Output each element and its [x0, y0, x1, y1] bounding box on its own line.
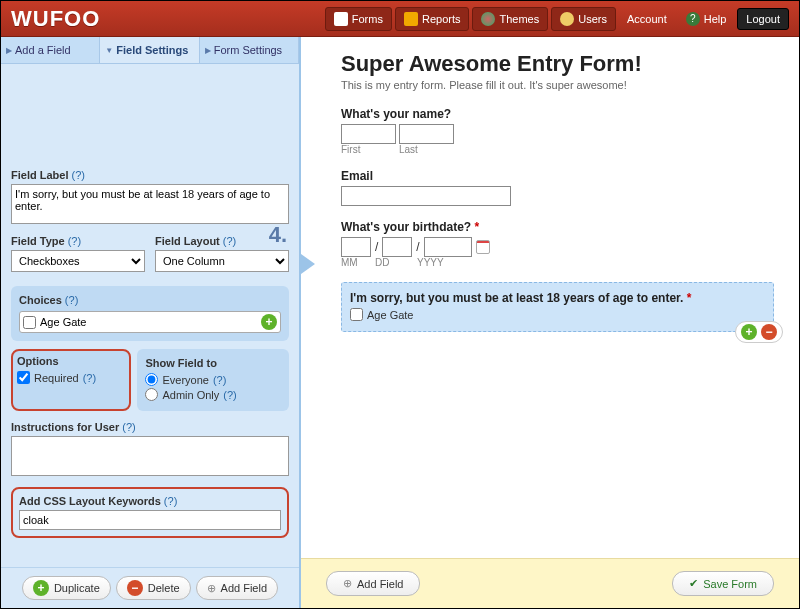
tab-field-settings[interactable]: ▼Field Settings: [100, 37, 199, 63]
nav-themes[interactable]: Themes: [472, 7, 548, 31]
top-nav: Forms Reports Themes Users Account ?Help…: [325, 7, 789, 31]
form-title: Super Awesome Entry Form!: [341, 51, 774, 77]
last-name-input[interactable]: [399, 124, 454, 144]
nav-logout[interactable]: Logout: [737, 8, 789, 30]
email-input[interactable]: [341, 186, 511, 206]
add-choice-button[interactable]: +: [261, 314, 277, 330]
preview-add-field-button[interactable]: ⊕Add Field: [326, 571, 420, 596]
help-link[interactable]: (?): [223, 235, 236, 247]
check-icon: ✔: [689, 577, 698, 590]
form-preview: Super Awesome Entry Form! This is my ent…: [301, 37, 799, 608]
nav-forms[interactable]: Forms: [325, 7, 392, 31]
nav-reports[interactable]: Reports: [395, 7, 470, 31]
help-icon: ?: [686, 12, 700, 26]
choice-text-input[interactable]: [40, 316, 257, 328]
field-type-select[interactable]: Checkboxes: [11, 250, 145, 272]
instructions-input[interactable]: [11, 436, 289, 476]
last-sublabel: Last: [399, 144, 454, 155]
help-link[interactable]: (?): [213, 374, 226, 386]
step-number: 4.: [269, 222, 287, 248]
css-keywords-input[interactable]: [19, 510, 281, 530]
help-link[interactable]: (?): [223, 389, 236, 401]
duplicate-icon: +: [33, 580, 49, 596]
help-link[interactable]: (?): [65, 294, 78, 306]
bd-mm-input[interactable]: [341, 237, 371, 257]
nav-help[interactable]: ?Help: [678, 8, 735, 30]
showfield-panel: Show Field to Everyone (?) Admin Only (?…: [137, 349, 289, 411]
field-layout-select[interactable]: One Column: [155, 250, 289, 272]
sidebar-tabs: ▶Add a Field ▼Field Settings ▶Form Setti…: [1, 37, 299, 64]
calendar-icon[interactable]: [476, 240, 490, 254]
chevron-down-icon: ▼: [105, 46, 113, 55]
bd-dd-input[interactable]: [382, 237, 412, 257]
form-desc: This is my entry form. Please fill it ou…: [341, 79, 774, 91]
pointer-arrow-icon: [301, 254, 315, 274]
tab-form-settings[interactable]: ▶Form Settings: [200, 37, 299, 63]
options-panel: Options Required (?): [11, 349, 131, 411]
birthdate-label: What's your birthdate? *: [341, 220, 774, 234]
add-field-icon: ⊕: [207, 582, 216, 595]
save-form-button[interactable]: ✔Save Form: [672, 571, 774, 596]
help-link[interactable]: (?): [68, 235, 81, 247]
add-field-button[interactable]: ⊕Add Field: [196, 576, 278, 600]
email-label: Email: [341, 169, 774, 183]
help-link[interactable]: (?): [83, 372, 96, 384]
everyone-radio[interactable]: [145, 373, 158, 386]
nav-users[interactable]: Users: [551, 7, 616, 31]
field-add-button[interactable]: +: [741, 324, 757, 340]
themes-icon: [481, 12, 495, 26]
users-icon: [560, 12, 574, 26]
first-sublabel: First: [341, 144, 396, 155]
help-link[interactable]: (?): [164, 495, 177, 507]
required-checkbox[interactable]: [17, 371, 30, 384]
admin-radio[interactable]: [145, 388, 158, 401]
selected-field[interactable]: I'm sorry, but you must be at least 18 y…: [341, 282, 774, 332]
topbar: WUFOO Forms Reports Themes Users Account…: [1, 1, 799, 37]
brand-logo: WUFOO: [11, 6, 100, 32]
help-link[interactable]: (?): [122, 421, 135, 433]
chevron-right-icon: ▶: [6, 46, 12, 55]
tab-add-field[interactable]: ▶Add a Field: [1, 37, 100, 63]
name-label: What's your name?: [341, 107, 774, 121]
choices-box: Choices (?) +: [11, 286, 289, 341]
sidebar: ▶Add a Field ▼Field Settings ▶Form Setti…: [1, 37, 301, 608]
field-label-group: Field Label (?) I'm sorry, but you must …: [11, 169, 289, 227]
duplicate-button[interactable]: +Duplicate: [22, 576, 111, 600]
choice-default-check[interactable]: [23, 316, 36, 329]
delete-icon: −: [127, 580, 143, 596]
bd-yyyy-input[interactable]: [424, 237, 472, 257]
add-icon: ⊕: [343, 577, 352, 590]
chevron-right-icon: ▶: [205, 46, 211, 55]
delete-button[interactable]: −Delete: [116, 576, 191, 600]
reports-icon: [404, 12, 418, 26]
field-remove-button[interactable]: −: [761, 324, 777, 340]
field-actions: + −: [735, 321, 783, 343]
help-link[interactable]: (?): [72, 169, 85, 181]
agegate-checkbox[interactable]: [350, 308, 363, 321]
nav-account[interactable]: Account: [619, 9, 675, 29]
forms-icon: [334, 12, 348, 26]
first-name-input[interactable]: [341, 124, 396, 144]
field-label-input[interactable]: I'm sorry, but you must be at least 18 y…: [11, 184, 289, 224]
